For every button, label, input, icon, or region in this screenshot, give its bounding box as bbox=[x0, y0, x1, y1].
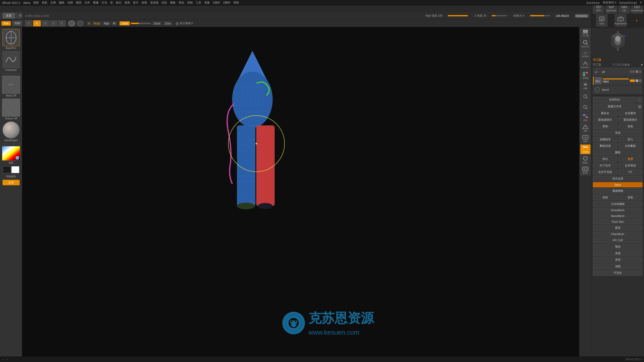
add-btn[interactable]: 添加 bbox=[593, 130, 642, 136]
nano-mesh-btn[interactable]: NanoMesh bbox=[593, 213, 642, 218]
merge-btn[interactable]: 合并 bbox=[618, 156, 642, 162]
subtool-item-g3[interactable]: g3 g3 bbox=[593, 67, 642, 76]
vert-icon-dynamic[interactable]: Dynamic bbox=[580, 60, 591, 70]
paste-btn[interactable]: 粘贴 bbox=[618, 123, 642, 129]
preview-btn[interactable]: 预览 bbox=[593, 244, 642, 250]
all-list-btn[interactable]: 全部列出 bbox=[593, 97, 636, 103]
menu-help[interactable]: 帮助 bbox=[233, 1, 239, 5]
material-thumb[interactable] bbox=[3, 121, 20, 139]
merge-similar-btn[interactable]: 合并相似 bbox=[618, 163, 642, 168]
transparency-btn[interactable]: 界面透明 0 bbox=[603, 1, 616, 5]
swatch-white[interactable] bbox=[11, 166, 19, 173]
zadd-btn[interactable]: Zadd bbox=[119, 21, 130, 25]
color-picker-item[interactable]: 渐变 bbox=[2, 146, 20, 165]
brush-thumb-freehand[interactable] bbox=[3, 51, 20, 68]
draw-btn[interactable]: 绘制 bbox=[12, 21, 22, 26]
floor-btn[interactable]: 图层 bbox=[593, 225, 642, 231]
vert-icon-zremesher[interactable]: Z轴 bbox=[580, 123, 591, 133]
rename-btn[interactable]: 重命名 bbox=[593, 110, 617, 116]
menu-macro[interactable]: 宏 bbox=[110, 1, 113, 5]
project-btn[interactable]: 投射 bbox=[593, 195, 617, 200]
delete-btn[interactable]: 删除 bbox=[593, 150, 642, 155]
menu-prefs[interactable]: 首选项 bbox=[150, 1, 158, 5]
copy-btn[interactable]: 复制 bbox=[593, 123, 617, 129]
m-btn[interactable]: M bbox=[112, 21, 117, 25]
vert-icon-texture2[interactable]: 纹理2 bbox=[580, 165, 591, 175]
draw-mode-circle[interactable] bbox=[68, 20, 75, 26]
vert-icon-symmetry[interactable]: 对称 bbox=[580, 81, 591, 91]
surface-btn[interactable]: 表面 bbox=[593, 250, 642, 256]
vert-icon-geometry[interactable]: 几何体 bbox=[580, 144, 591, 154]
deform-btn[interactable]: 变形 bbox=[593, 257, 642, 263]
subtool-g3-vis[interactable] bbox=[636, 70, 638, 73]
character-viewport[interactable]: 克苏恩资源 www.kesuen.com bbox=[22, 27, 579, 356]
extract-btn[interactable]: 提取 bbox=[618, 195, 642, 200]
array-mesh-btn[interactable]: ArrayMesh bbox=[593, 208, 642, 213]
bool-ops-btn[interactable]: 布尔运算 bbox=[593, 176, 642, 182]
draw-size-slider[interactable] bbox=[530, 15, 550, 16]
menu-template[interactable]: 模板 bbox=[170, 1, 176, 5]
subtool-vab1-toggle[interactable] bbox=[630, 79, 635, 82]
thick-skin-btn[interactable]: Thick Skin bbox=[593, 219, 642, 224]
delete-all-btn[interactable]: 全部删除 bbox=[618, 143, 642, 149]
vert-icon-subdivide[interactable]: Z轴2 bbox=[580, 134, 591, 144]
fiber-mesh-btn[interactable]: FiberMesh bbox=[593, 232, 642, 237]
rgb-btn[interactable]: Rgb bbox=[102, 21, 110, 25]
auto-merge-btn[interactable]: 自动重排 bbox=[618, 110, 642, 116]
insert-btn[interactable]: 插入 bbox=[618, 137, 642, 142]
visibility-btn[interactable]: 可见性 bbox=[593, 270, 642, 276]
subtool-vab1-lock[interactable] bbox=[639, 79, 641, 82]
qxyz-btn[interactable]: Qxyz bbox=[593, 182, 642, 187]
subtool-item-3[interactable]: item3 bbox=[593, 85, 642, 94]
split-btn[interactable]: 拆分 bbox=[593, 156, 617, 162]
subtool-item-vab1[interactable]: Vab1 Vab1 bbox=[593, 76, 642, 85]
vab1-btn2[interactable]: Vab1 bbox=[596, 14, 608, 27]
rgb-intensity-slider[interactable] bbox=[448, 15, 468, 16]
menu-layer[interactable]: 图层 bbox=[76, 1, 82, 5]
tab-home[interactable]: 主页 bbox=[3, 13, 15, 19]
menu-movie[interactable]: 影片 bbox=[133, 1, 139, 5]
transform-icon5[interactable]: ⬡ bbox=[58, 20, 66, 26]
vert-icon-ac50[interactable]: AC AC50% bbox=[580, 49, 591, 59]
vert-icon-search[interactable] bbox=[580, 92, 591, 102]
menu-doc[interactable]: 文档 bbox=[50, 1, 56, 5]
defaultzscript-btn[interactable]: DefaultZScript bbox=[619, 1, 637, 4]
menu-pick[interactable]: 拾取 bbox=[142, 1, 147, 5]
menu-material[interactable]: 材质 bbox=[125, 1, 130, 5]
hd-geo-btn[interactable]: HD 几何 bbox=[593, 237, 642, 243]
transform-icon3[interactable]: ⬡ bbox=[42, 20, 49, 26]
menu-transform[interactable]: 变换 bbox=[204, 1, 210, 5]
alpha-block[interactable]: OFF bbox=[2, 76, 20, 94]
vert-icon-subtool[interactable]: 子仁素 bbox=[580, 28, 591, 38]
texture-item[interactable]: Texture Off bbox=[2, 99, 20, 120]
geo-edit-btn[interactable]: 几何体编辑 bbox=[593, 201, 642, 207]
rebuild-btn[interactable]: 重建网格 bbox=[593, 188, 642, 194]
menu-color[interactable]: 色彩 bbox=[42, 1, 47, 5]
material-item[interactable]: SkinShade4 bbox=[2, 121, 20, 142]
transform-icon2[interactable]: ⬢ bbox=[33, 20, 41, 26]
draw-mode-flat[interactable] bbox=[77, 20, 84, 26]
swap-btn[interactable]: 交替 bbox=[3, 180, 20, 185]
menu-light[interactable]: 灯光 bbox=[102, 1, 107, 5]
highest-subdiv-btn[interactable]: 最高级细分 bbox=[618, 117, 642, 123]
new-folder-btn[interactable]: 新建文件夹 bbox=[593, 104, 636, 110]
menu-zplugin[interactable]: Z插件 bbox=[213, 1, 220, 5]
edit-btn[interactable]: Edit bbox=[2, 21, 11, 26]
subtool-vab1-vis[interactable] bbox=[636, 79, 638, 82]
add-icon-btn[interactable]: ↑ bbox=[637, 97, 642, 103]
menu-ctrl[interactable]: 控制 bbox=[187, 1, 193, 5]
create-copy-btn[interactable]: 创建副本 bbox=[593, 137, 617, 142]
zcut-btn[interactable]: Zcut bbox=[163, 21, 172, 25]
brush-thumb-maskpen[interactable] bbox=[3, 29, 20, 46]
z-intensity-slider[interactable] bbox=[492, 15, 507, 16]
swatch-black[interactable] bbox=[3, 166, 11, 173]
vert-icon-merge[interactable]: 对比 bbox=[580, 113, 591, 123]
quicksave-btn[interactable]: QuickSave bbox=[586, 1, 600, 4]
menu-zscript[interactable]: Z脚本 bbox=[223, 1, 230, 5]
menu-anim[interactable]: 动画 bbox=[67, 1, 73, 5]
subtool-g3-lock[interactable] bbox=[639, 70, 641, 73]
mrgb-btn[interactable]: Mrgb bbox=[92, 21, 101, 25]
expand-right-btn[interactable]: › bbox=[634, 14, 639, 27]
uv-btn[interactable]: UV bbox=[618, 169, 642, 175]
menu-file[interactable]: 文件 bbox=[85, 1, 90, 5]
